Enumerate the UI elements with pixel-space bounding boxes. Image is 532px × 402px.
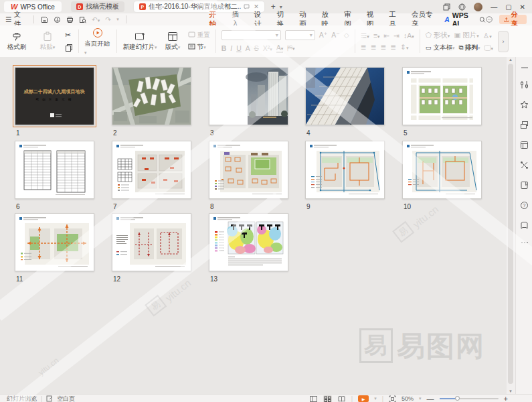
window-switch-icon[interactable] — [443, 3, 450, 11]
zoom-percent[interactable]: 50% — [402, 395, 414, 402]
reset-button[interactable]: 重置 — [188, 31, 210, 40]
line-spacing-button[interactable]: ⇕▾ — [400, 43, 408, 51]
maximize-button[interactable]: ▢ — [505, 3, 511, 11]
align-center-icon[interactable]: ≣ — [371, 43, 377, 51]
bookmark-tag-icon[interactable] — [520, 221, 529, 230]
paste-button[interactable]: 粘贴▾ — [34, 31, 61, 52]
more-dots-icon[interactable] — [521, 241, 529, 244]
windows-copy-icon[interactable] — [520, 121, 529, 129]
highlight-button[interactable]: ⛿▾ — [287, 44, 294, 52]
copy-icon[interactable] — [65, 44, 73, 52]
slide-thumbnail-9[interactable]: 9 — [305, 141, 383, 210]
save-icon[interactable] — [41, 16, 48, 23]
increase-indent-icon[interactable]: ⇥ — [393, 31, 400, 40]
slide-thumbnail-7[interactable]: 7 — [112, 141, 190, 210]
screen-button[interactable]: 🖵▾ — [484, 44, 493, 52]
scroll-up-icon[interactable]: ▲ — [509, 58, 513, 62]
char-spacing-button[interactable]: A — [246, 44, 250, 52]
slide-thumbnail-11[interactable]: 11 — [15, 213, 93, 283]
slide-number: 5 — [402, 129, 480, 137]
slide-thumbnail-5[interactable]: 5 — [402, 67, 480, 137]
zoom-slider[interactable] — [440, 398, 499, 399]
normal-view-button[interactable] — [309, 395, 318, 402]
align-right-icon[interactable]: ≣ — [380, 43, 386, 51]
close-window-button[interactable]: ✕ — [520, 3, 525, 11]
justify-icon[interactable]: ≣ — [390, 43, 396, 51]
slide-thumbnail-8[interactable]: 8 — [209, 141, 287, 210]
decrease-indent-icon[interactable]: ⇤ — [383, 31, 389, 40]
doc-tab-1[interactable]: D 找稿壳模板 — [71, 1, 124, 12]
italic-button[interactable]: I — [230, 44, 232, 52]
slide-thumbnail-1[interactable]: 成都二十四城八九期项目地块 规 划 方 案 汇 报 1 — [15, 67, 93, 137]
feedback-icon[interactable] — [486, 15, 493, 23]
search-icon[interactable] — [479, 16, 486, 23]
slide-thumbnail-3[interactable]: 3 — [209, 67, 287, 137]
user-avatar[interactable] — [474, 3, 482, 11]
align-left-icon[interactable]: ≣ — [361, 43, 367, 51]
scrollbar-thumb[interactable] — [508, 64, 513, 384]
shapes-button[interactable]: ⬠ 形状▾ — [426, 31, 450, 40]
favorites-star-icon[interactable] — [520, 100, 529, 109]
zoom-slider-knob[interactable] — [455, 396, 460, 401]
template-name[interactable]: 空白页 — [57, 395, 75, 402]
decrease-font-icon[interactable]: A⁻ — [331, 31, 340, 39]
superscript-button[interactable]: X²▾ — [263, 44, 272, 52]
ribbon-expand-button[interactable]: › — [498, 31, 509, 52]
slide-thumbnail-6[interactable]: 6 — [15, 141, 93, 210]
quickbar-chevron-icon[interactable]: ▾ — [116, 17, 119, 22]
format-painter-button[interactable]: 格式刷 — [3, 31, 30, 52]
slide-sorter-view-button[interactable] — [323, 395, 332, 402]
minimize-button[interactable]: — — [491, 3, 497, 11]
fit-to-window-icon[interactable] — [389, 395, 396, 402]
help-icon[interactable]: ? — [520, 201, 529, 210]
slide-number: 4 — [305, 129, 383, 137]
slide-sorter-canvas[interactable]: 成都二十四城八九期项目地块 规 划 方 案 汇 报 1 — [0, 57, 507, 394]
slide-thumbnail-4[interactable]: 4 — [305, 67, 383, 137]
tools-icon[interactable] — [520, 161, 529, 170]
font-color-button[interactable]: A▾ — [276, 44, 284, 53]
font-size-select[interactable]: ▾ — [285, 30, 315, 40]
slide-thumbnail-13[interactable]: 13 — [209, 213, 287, 283]
bullet-list-button[interactable]: ☰▾ — [361, 31, 369, 40]
slide-thumbnail-10[interactable]: 10 — [402, 141, 480, 210]
underline-button[interactable]: U — [236, 44, 242, 52]
wps-ai-icon: A — [444, 15, 450, 23]
strikethrough-button[interactable]: S — [254, 44, 259, 52]
numbered-list-button[interactable]: ≡▾ — [373, 31, 380, 40]
textbox-button[interactable]: ▭ 文本框▾ — [426, 44, 455, 52]
slideshow-play-button[interactable]: ▶ — [358, 395, 369, 402]
globe-icon[interactable] — [458, 3, 466, 11]
properties-sliders-icon[interactable] — [520, 80, 529, 89]
arrange-button[interactable]: ⧉ 排列▾ — [458, 44, 480, 52]
share-button[interactable]: 分享 — [499, 15, 527, 24]
text-direction-button[interactable]: ↕A▾ — [404, 31, 414, 40]
print-icon[interactable] — [66, 16, 74, 23]
slide-thumbnail-2[interactable]: 2 — [112, 67, 190, 137]
scroll-down-icon[interactable]: ▼ — [509, 389, 513, 393]
cut-icon[interactable]: ✂ — [65, 31, 73, 40]
template-icon[interactable] — [520, 141, 529, 149]
template-page-icon[interactable] — [46, 395, 53, 402]
collapse-icon[interactable] — [521, 66, 529, 69]
export-icon[interactable] — [54, 16, 61, 23]
play-from-current-button[interactable]: 当页开始▾ — [84, 27, 111, 56]
print-preview-icon[interactable] — [79, 16, 86, 23]
reading-view-button[interactable] — [337, 395, 346, 402]
zoom-chevron-icon[interactable]: ▾ — [419, 396, 422, 401]
clear-format-icon[interactable]: ◇ — [344, 31, 349, 39]
zoom-out-button[interactable]: — — [427, 395, 434, 402]
layout-button[interactable]: 版式▾ — [161, 31, 184, 52]
picture-button[interactable]: ▣ 图片▾ — [454, 31, 478, 40]
bold-button[interactable]: B — [221, 44, 227, 52]
vertical-scrollbar[interactable]: ▲ ▼ — [507, 57, 515, 394]
slide-thumbnail-12[interactable]: 12 — [112, 213, 190, 283]
font-family-select[interactable]: ▾ — [221, 30, 281, 40]
avatar-insert-button[interactable]: ♙▾ — [483, 31, 492, 40]
notebook-icon[interactable] — [520, 181, 529, 190]
slide-number: 10 — [402, 203, 480, 210]
zoom-in-button[interactable]: + — [504, 395, 508, 402]
new-slide-button[interactable]: 新建幻灯片▾ — [122, 31, 157, 52]
play-options-chevron-icon[interactable]: ▾ — [374, 396, 377, 401]
increase-font-icon[interactable]: A⁺ — [319, 31, 328, 39]
section-button[interactable]: 节▾ — [188, 43, 210, 52]
